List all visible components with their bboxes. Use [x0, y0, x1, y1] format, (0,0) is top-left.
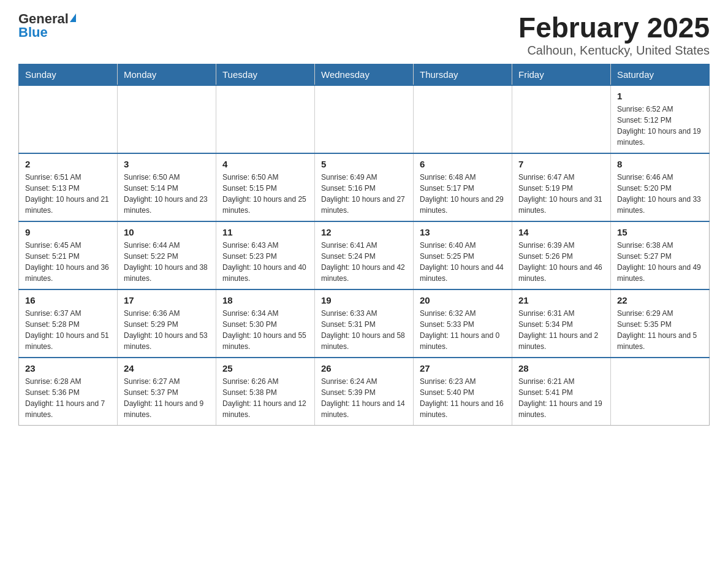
page-header: General Blue February 2025 Calhoun, Kent… — [18, 12, 710, 58]
day-info: Sunrise: 6:52 AMSunset: 5:12 PMDaylight:… — [617, 104, 703, 148]
calendar-day-cell: 1Sunrise: 6:52 AMSunset: 5:12 PMDaylight… — [611, 85, 710, 153]
day-number: 5 — [321, 159, 407, 169]
calendar-day-cell: 13Sunrise: 6:40 AMSunset: 5:25 PMDayligh… — [414, 221, 512, 289]
calendar-day-cell: 18Sunrise: 6:34 AMSunset: 5:30 PMDayligh… — [216, 289, 315, 358]
day-number: 17 — [124, 295, 210, 305]
calendar-day-cell — [19, 85, 118, 153]
calendar-header-wednesday: Wednesday — [315, 64, 414, 85]
calendar-week-row: 9Sunrise: 6:45 AMSunset: 5:21 PMDaylight… — [19, 221, 710, 289]
day-info: Sunrise: 6:33 AMSunset: 5:31 PMDaylight:… — [321, 308, 407, 352]
logo: General Blue — [18, 12, 76, 39]
day-number: 19 — [321, 295, 407, 305]
day-number: 2 — [25, 159, 111, 169]
calendar-day-cell: 23Sunrise: 6:28 AMSunset: 5:36 PMDayligh… — [19, 358, 118, 426]
calendar-day-cell: 26Sunrise: 6:24 AMSunset: 5:39 PMDayligh… — [315, 358, 414, 426]
calendar-day-cell: 6Sunrise: 6:48 AMSunset: 5:17 PMDaylight… — [414, 153, 512, 221]
calendar-header-sunday: Sunday — [19, 64, 118, 85]
calendar-day-cell — [118, 85, 216, 153]
calendar-day-cell: 3Sunrise: 6:50 AMSunset: 5:14 PMDaylight… — [118, 153, 216, 221]
day-info: Sunrise: 6:36 AMSunset: 5:29 PMDaylight:… — [124, 308, 210, 352]
calendar-day-cell — [414, 85, 512, 153]
day-info: Sunrise: 6:34 AMSunset: 5:30 PMDaylight:… — [222, 308, 308, 352]
day-number: 18 — [222, 295, 308, 305]
day-number: 10 — [124, 227, 210, 237]
day-info: Sunrise: 6:31 AMSunset: 5:34 PMDaylight:… — [518, 308, 604, 352]
month-title: February 2025 — [518, 12, 710, 44]
day-number: 8 — [617, 159, 703, 169]
day-number: 6 — [420, 159, 506, 169]
day-info: Sunrise: 6:48 AMSunset: 5:17 PMDaylight:… — [420, 172, 506, 216]
day-info: Sunrise: 6:23 AMSunset: 5:40 PMDaylight:… — [420, 376, 506, 420]
calendar-day-cell: 14Sunrise: 6:39 AMSunset: 5:26 PMDayligh… — [512, 221, 611, 289]
calendar-header-saturday: Saturday — [611, 64, 710, 85]
calendar-day-cell: 22Sunrise: 6:29 AMSunset: 5:35 PMDayligh… — [611, 289, 710, 358]
day-info: Sunrise: 6:45 AMSunset: 5:21 PMDaylight:… — [25, 240, 111, 284]
day-info: Sunrise: 6:47 AMSunset: 5:19 PMDaylight:… — [518, 172, 604, 216]
calendar-day-cell — [315, 85, 414, 153]
day-number: 15 — [617, 227, 703, 237]
calendar-week-row: 23Sunrise: 6:28 AMSunset: 5:36 PMDayligh… — [19, 358, 710, 426]
day-info: Sunrise: 6:46 AMSunset: 5:20 PMDaylight:… — [617, 172, 703, 216]
calendar-day-cell: 24Sunrise: 6:27 AMSunset: 5:37 PMDayligh… — [118, 358, 216, 426]
calendar-header-row: SundayMondayTuesdayWednesdayThursdayFrid… — [19, 64, 710, 85]
day-number: 3 — [124, 159, 210, 169]
day-number: 1 — [617, 91, 703, 101]
day-info: Sunrise: 6:40 AMSunset: 5:25 PMDaylight:… — [420, 240, 506, 284]
day-number: 4 — [222, 159, 308, 169]
day-info: Sunrise: 6:49 AMSunset: 5:16 PMDaylight:… — [321, 172, 407, 216]
calendar-header-tuesday: Tuesday — [216, 64, 315, 85]
day-info: Sunrise: 6:38 AMSunset: 5:27 PMDaylight:… — [617, 240, 703, 284]
day-info: Sunrise: 6:32 AMSunset: 5:33 PMDaylight:… — [420, 308, 506, 352]
calendar-header-monday: Monday — [118, 64, 216, 85]
day-info: Sunrise: 6:50 AMSunset: 5:15 PMDaylight:… — [222, 172, 308, 216]
logo-triangle-icon — [70, 13, 76, 22]
day-number: 16 — [25, 295, 111, 305]
calendar-header-thursday: Thursday — [414, 64, 512, 85]
day-number: 9 — [25, 227, 111, 237]
day-info: Sunrise: 6:26 AMSunset: 5:38 PMDaylight:… — [222, 376, 308, 420]
day-info: Sunrise: 6:39 AMSunset: 5:26 PMDaylight:… — [518, 240, 604, 284]
day-info: Sunrise: 6:50 AMSunset: 5:14 PMDaylight:… — [124, 172, 210, 216]
calendar-header-friday: Friday — [512, 64, 611, 85]
calendar-day-cell: 7Sunrise: 6:47 AMSunset: 5:19 PMDaylight… — [512, 153, 611, 221]
calendar-day-cell: 19Sunrise: 6:33 AMSunset: 5:31 PMDayligh… — [315, 289, 414, 358]
calendar-day-cell: 16Sunrise: 6:37 AMSunset: 5:28 PMDayligh… — [19, 289, 118, 358]
calendar-day-cell: 11Sunrise: 6:43 AMSunset: 5:23 PMDayligh… — [216, 221, 315, 289]
calendar-day-cell: 27Sunrise: 6:23 AMSunset: 5:40 PMDayligh… — [414, 358, 512, 426]
calendar-day-cell: 25Sunrise: 6:26 AMSunset: 5:38 PMDayligh… — [216, 358, 315, 426]
day-info: Sunrise: 6:51 AMSunset: 5:13 PMDaylight:… — [25, 172, 111, 216]
day-number: 23 — [25, 363, 111, 373]
calendar-day-cell: 4Sunrise: 6:50 AMSunset: 5:15 PMDaylight… — [216, 153, 315, 221]
day-number: 28 — [518, 363, 604, 373]
day-number: 21 — [518, 295, 604, 305]
calendar-day-cell — [216, 85, 315, 153]
day-info: Sunrise: 6:27 AMSunset: 5:37 PMDaylight:… — [124, 376, 210, 420]
day-number: 13 — [420, 227, 506, 237]
calendar-day-cell: 12Sunrise: 6:41 AMSunset: 5:24 PMDayligh… — [315, 221, 414, 289]
day-number: 26 — [321, 363, 407, 373]
day-info: Sunrise: 6:28 AMSunset: 5:36 PMDaylight:… — [25, 376, 111, 420]
day-number: 12 — [321, 227, 407, 237]
calendar-day-cell — [512, 85, 611, 153]
day-info: Sunrise: 6:41 AMSunset: 5:24 PMDaylight:… — [321, 240, 407, 284]
day-number: 7 — [518, 159, 604, 169]
calendar-day-cell: 17Sunrise: 6:36 AMSunset: 5:29 PMDayligh… — [118, 289, 216, 358]
day-info: Sunrise: 6:21 AMSunset: 5:41 PMDaylight:… — [518, 376, 604, 420]
day-number: 20 — [420, 295, 506, 305]
calendar-week-row: 16Sunrise: 6:37 AMSunset: 5:28 PMDayligh… — [19, 289, 710, 358]
day-number: 24 — [124, 363, 210, 373]
day-number: 27 — [420, 363, 506, 373]
day-number: 25 — [222, 363, 308, 373]
calendar-day-cell — [611, 358, 710, 426]
day-number: 14 — [518, 227, 604, 237]
logo-blue-text: Blue — [18, 26, 48, 39]
day-info: Sunrise: 6:43 AMSunset: 5:23 PMDaylight:… — [222, 240, 308, 284]
calendar-day-cell: 2Sunrise: 6:51 AMSunset: 5:13 PMDaylight… — [19, 153, 118, 221]
day-info: Sunrise: 6:44 AMSunset: 5:22 PMDaylight:… — [124, 240, 210, 284]
calendar-day-cell: 21Sunrise: 6:31 AMSunset: 5:34 PMDayligh… — [512, 289, 611, 358]
calendar-day-cell: 9Sunrise: 6:45 AMSunset: 5:21 PMDaylight… — [19, 221, 118, 289]
day-info: Sunrise: 6:29 AMSunset: 5:35 PMDaylight:… — [617, 308, 703, 352]
day-number: 11 — [222, 227, 308, 237]
day-number: 22 — [617, 295, 703, 305]
calendar-day-cell: 5Sunrise: 6:49 AMSunset: 5:16 PMDaylight… — [315, 153, 414, 221]
